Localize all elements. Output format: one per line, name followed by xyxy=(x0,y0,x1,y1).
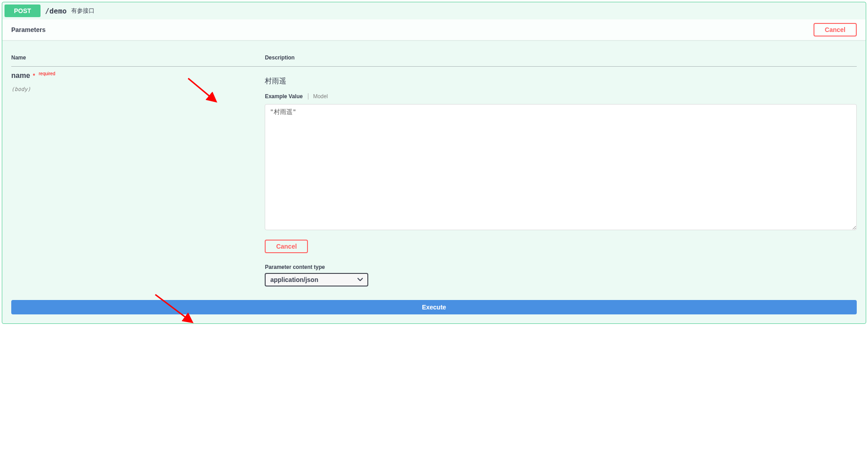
content-type-select[interactable]: application/json xyxy=(265,273,368,286)
opblock-summary[interactable]: POST /demo 有参接口 xyxy=(2,2,866,19)
endpoint-description: 有参接口 xyxy=(71,7,95,15)
cancel-body-button[interactable]: Cancel xyxy=(265,240,308,253)
table-header-row: Name Description xyxy=(11,49,857,67)
tab-example-value[interactable]: Example Value xyxy=(265,93,303,100)
content-type-select-wrapper: application/json xyxy=(265,273,368,286)
model-tabs: Example Value Model xyxy=(265,93,857,100)
execute-wrapper: Execute xyxy=(2,300,866,323)
endpoint-path: /demo xyxy=(45,7,67,15)
parameters-title: Parameters xyxy=(11,26,45,33)
required-label: required xyxy=(39,71,55,76)
col-header-description: Description xyxy=(265,49,857,67)
execute-button[interactable]: Execute xyxy=(11,300,857,314)
parameters-header: Parameters Cancel xyxy=(2,19,866,40)
param-description-cell: 村雨遥 Example Value Model Cancel Parameter… xyxy=(265,67,857,291)
cancel-button[interactable]: Cancel xyxy=(814,23,857,36)
parameter-description: 村雨遥 xyxy=(265,77,857,86)
table-row: name * required (body) 村雨遥 Example Value… xyxy=(11,67,857,291)
parameter-in: (body) xyxy=(11,86,265,92)
opblock-body: Parameters Cancel Name Description name xyxy=(2,19,866,323)
param-name-cell: name * required (body) xyxy=(11,67,265,291)
parameters-table: Name Description name * required (body) xyxy=(11,49,857,291)
opblock-post: POST /demo 有参接口 Parameters Cancel Name D… xyxy=(2,2,866,324)
content-type-wrapper: Parameter content type application/json xyxy=(265,264,857,286)
required-star-icon: * xyxy=(33,72,35,79)
col-header-name: Name xyxy=(11,49,265,67)
tab-model[interactable]: Model xyxy=(308,93,328,100)
parameters-container: Name Description name * required (body) xyxy=(2,40,866,300)
parameter-name: name xyxy=(11,72,30,79)
body-param-textarea[interactable] xyxy=(265,104,857,230)
content-type-label: Parameter content type xyxy=(265,264,857,270)
method-badge: POST xyxy=(5,5,41,17)
